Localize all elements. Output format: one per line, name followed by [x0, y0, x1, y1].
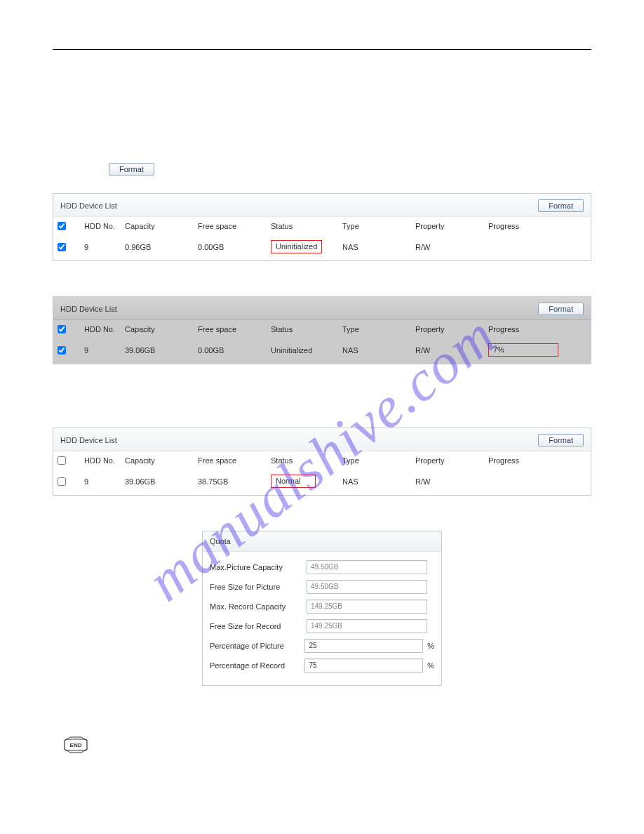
col-hdd-no: HDD No.: [80, 320, 121, 338]
cell-hdd-no: 9: [80, 234, 121, 260]
percent-suffix: %: [427, 642, 434, 650]
hdd-device-list-panel-2: HDD Device List Format HDD No. Capacity …: [53, 296, 591, 364]
hdd-table: HDD No. Capacity Free space Status Type …: [53, 320, 591, 364]
col-free-space: Free space: [194, 217, 267, 234]
quota-panel: Quota Max.Picture Capacity Free Size for…: [202, 531, 442, 686]
free-size-record-field: [307, 619, 427, 633]
row-checkbox[interactable]: [58, 346, 66, 355]
cell-progress: 7%: [484, 338, 591, 364]
quota-title: Quota: [203, 531, 441, 552]
select-all-checkbox[interactable]: [58, 456, 66, 465]
col-type: Type: [338, 217, 411, 234]
cell-property: R/W: [411, 338, 484, 364]
col-free-space: Free space: [194, 320, 267, 338]
cell-type: NAS: [338, 234, 411, 260]
col-property: Property: [411, 320, 484, 338]
quota-label: Percentage of Record: [210, 661, 300, 670]
cell-type: NAS: [338, 469, 411, 495]
max-record-capacity-field: [307, 600, 427, 614]
format-button[interactable]: Format: [538, 434, 584, 446]
cell-progress: [484, 469, 591, 495]
row-checkbox[interactable]: [58, 243, 66, 251]
col-capacity: Capacity: [121, 451, 194, 469]
cell-capacity: 0.96GB: [121, 234, 194, 260]
table-header-row: HDD No. Capacity Free space Status Type …: [53, 320, 591, 338]
cell-status: Uninitialized: [267, 234, 338, 260]
quota-row-max-record-capacity: Max. Record Capacity: [210, 600, 434, 614]
col-capacity: Capacity: [121, 320, 194, 338]
col-type: Type: [338, 320, 411, 338]
col-capacity: Capacity: [121, 217, 194, 234]
select-all-checkbox[interactable]: [58, 325, 66, 333]
progress-highlight: 7%: [488, 343, 558, 357]
panel-title: HDD Device List: [60, 201, 117, 210]
cell-free: 38.75GB: [194, 469, 267, 495]
cell-property: R/W: [411, 469, 484, 495]
col-hdd-no: HDD No.: [80, 451, 121, 469]
cell-capacity: 39.06GB: [121, 338, 194, 364]
row-checkbox[interactable]: [58, 477, 66, 486]
table-row: 9 0.96GB 0.00GB Uninitialized NAS R/W: [53, 234, 591, 260]
cell-type: NAS: [338, 338, 411, 364]
hdd-device-list-panel-1: HDD Device List Format HDD No. Capacity …: [53, 193, 591, 261]
cell-hdd-no: 9: [80, 469, 121, 495]
format-button-standalone[interactable]: Format: [109, 163, 154, 176]
format-button[interactable]: Format: [538, 303, 584, 315]
svg-text:END: END: [70, 742, 82, 748]
cell-progress: [484, 234, 591, 260]
col-progress: Progress: [484, 451, 591, 469]
table-row: 9 39.06GB 38.75GB Normal NAS R/W: [53, 469, 591, 495]
quota-label: Max. Record Capacity: [210, 602, 302, 611]
col-property: Property: [411, 217, 484, 234]
col-property: Property: [411, 451, 484, 469]
col-type: Type: [338, 451, 411, 469]
percent-suffix: %: [427, 661, 434, 670]
status-highlight: Normal: [271, 475, 316, 488]
col-status: Status: [267, 320, 338, 338]
table-header-row: HDD No. Capacity Free space Status Type …: [53, 217, 591, 234]
panel-title: HDD Device List: [60, 436, 117, 444]
format-button[interactable]: Format: [538, 199, 584, 212]
top-rule: [53, 49, 591, 50]
hdd-table: HDD No. Capacity Free space Status Type …: [53, 217, 591, 260]
quota-label: Max.Picture Capacity: [210, 563, 302, 571]
quota-label: Free Size for Picture: [210, 583, 302, 591]
end-icon: END: [63, 735, 88, 755]
quota-row-percentage-record: Percentage of Record %: [210, 658, 434, 673]
table-row: 9 39.06GB 0.00GB Uninitialized NAS R/W 7…: [53, 338, 591, 364]
col-progress: Progress: [484, 217, 591, 234]
quota-label: Percentage of Picture: [210, 642, 300, 650]
col-status: Status: [267, 217, 338, 234]
table-header-row: HDD No. Capacity Free space Status Type …: [53, 451, 591, 469]
cell-free: 0.00GB: [194, 338, 267, 364]
cell-status: Normal: [267, 469, 338, 495]
cell-free: 0.00GB: [194, 234, 267, 260]
status-highlight: Uninitialized: [271, 240, 322, 253]
max-picture-capacity-field: [307, 560, 427, 574]
col-status: Status: [267, 451, 338, 469]
hdd-table: HDD No. Capacity Free space Status Type …: [53, 451, 591, 495]
quota-row-free-size-picture: Free Size for Picture: [210, 580, 434, 594]
quota-row-free-size-record: Free Size for Record: [210, 619, 434, 633]
cell-capacity: 39.06GB: [121, 469, 194, 495]
percentage-record-field[interactable]: [304, 658, 423, 673]
hdd-device-list-panel-3: HDD Device List Format HDD No. Capacity …: [53, 428, 591, 496]
free-size-picture-field: [307, 580, 427, 594]
col-free-space: Free space: [194, 451, 267, 469]
select-all-checkbox[interactable]: [58, 222, 66, 230]
col-hdd-no: HDD No.: [80, 217, 121, 234]
panel-title: HDD Device List: [60, 305, 117, 313]
col-progress: Progress: [484, 320, 591, 338]
quota-label: Free Size for Record: [210, 622, 302, 630]
cell-hdd-no: 9: [80, 338, 121, 364]
cell-property: R/W: [411, 234, 484, 260]
cell-status: Uninitialized: [267, 338, 338, 364]
quota-row-max-picture-capacity: Max.Picture Capacity: [210, 560, 434, 574]
quota-row-percentage-picture: Percentage of Picture %: [210, 639, 434, 653]
percentage-picture-field[interactable]: [304, 639, 423, 653]
